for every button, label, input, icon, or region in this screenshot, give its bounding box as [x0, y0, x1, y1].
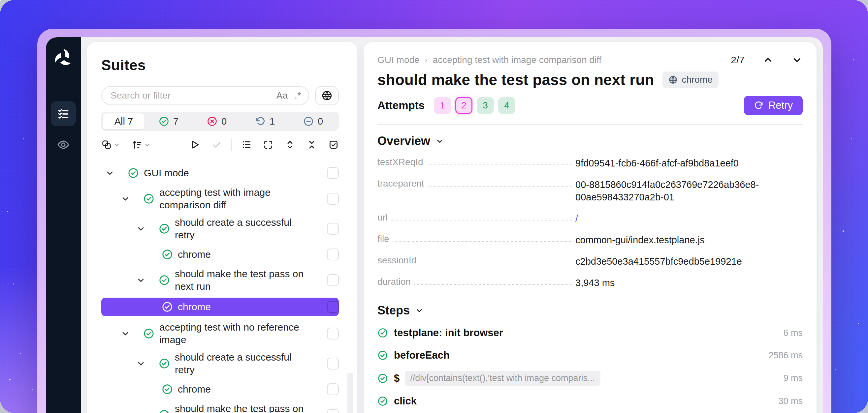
tree-row-label: should make the test pass on next run [175, 268, 307, 293]
step-row[interactable]: click30 ms [377, 394, 803, 408]
dotted-leader [393, 234, 574, 242]
tree-row-checkbox[interactable] [327, 248, 339, 261]
skipped-count: 0 [318, 116, 323, 127]
tree-row-checkbox[interactable] [327, 357, 339, 370]
step-name: $ [394, 373, 400, 384]
overview-value: 00-8815860c914fa0c263769e7226ab36e8-00ae… [576, 178, 803, 203]
retry-button-label: Retry [768, 100, 793, 111]
chevron-down-icon[interactable] [121, 194, 130, 203]
tree-row-checkbox[interactable] [327, 409, 339, 413]
attempt-3[interactable]: 3 [477, 97, 494, 114]
accept-button[interactable] [212, 139, 222, 150]
tree-row-checkbox[interactable] [327, 167, 339, 179]
browser-filter-button[interactable] [315, 86, 339, 105]
passed-check-icon [377, 373, 388, 384]
app-surface: Suites Aa .* All 7 7 0 [46, 37, 823, 413]
step-duration: 30 ms [778, 396, 803, 406]
passed-check-icon [143, 328, 154, 339]
filter-passed[interactable]: 7 [145, 116, 193, 127]
attempt-4[interactable]: 4 [498, 97, 515, 114]
steps-section-header[interactable]: Steps [377, 304, 803, 317]
list-view-button[interactable] [241, 139, 252, 150]
retry-button[interactable]: Retry [744, 96, 803, 115]
tree-row-checkbox[interactable] [327, 274, 339, 286]
previous-test-button[interactable] [763, 55, 774, 66]
chevron-down-icon[interactable] [121, 329, 130, 338]
dotted-leader [420, 255, 574, 263]
chevron-down-icon[interactable] [136, 410, 146, 413]
tree-row[interactable]: should create a successful retry [101, 351, 339, 376]
expand-all-button[interactable] [285, 139, 295, 150]
tree-row[interactable]: should create a successful retry [101, 216, 339, 241]
dotted-leader [428, 178, 574, 186]
breadcrumb-suite[interactable]: accepting test with image comparison dif… [433, 55, 602, 65]
overview-url-link[interactable]: / [576, 212, 803, 225]
check-icon [212, 139, 222, 150]
filter-failed[interactable]: 0 [193, 116, 241, 127]
nav-item-tests[interactable] [51, 101, 76, 126]
step-row[interactable]: testplane: init browser6 ms [377, 326, 803, 340]
overview-section-header[interactable]: Overview [377, 134, 803, 148]
overview-heading: Overview [377, 134, 430, 148]
tree-row-browser[interactable]: chrome [101, 381, 339, 398]
tree-row-checkbox[interactable] [327, 301, 339, 313]
browser-badge: chrome [662, 71, 718, 88]
focus-selection-button[interactable] [263, 139, 274, 150]
chevron-down-icon[interactable] [136, 224, 146, 233]
chevron-down-icon[interactable] [105, 168, 115, 178]
next-test-button[interactable] [792, 55, 803, 66]
step-name: beforeEach [394, 349, 450, 361]
tree-row-browser[interactable]: chrome [101, 246, 339, 263]
chevron-down-icon [415, 306, 424, 315]
sort-dropdown[interactable] [132, 139, 151, 150]
retry-icon [754, 101, 764, 110]
tree-row[interactable]: accepting test with no reference image [101, 321, 339, 346]
filter-retried[interactable]: 1 [241, 116, 289, 127]
passed-check-icon [377, 396, 388, 406]
corner-brackets-icon [263, 139, 274, 150]
select-all-button[interactable] [328, 139, 339, 150]
chevron-down-icon[interactable] [136, 276, 146, 285]
chevron-down-icon [435, 137, 444, 145]
attempt-1[interactable]: 1 [434, 97, 451, 114]
tree-row-checkbox[interactable] [327, 328, 339, 340]
test-pager: 2/7 [731, 55, 803, 66]
passed-check-icon [162, 301, 173, 312]
step-row[interactable]: beforeEach2586 ms [377, 348, 803, 362]
tree-row-browser-selected[interactable]: chrome [101, 298, 339, 316]
tree-row-checkbox[interactable] [327, 193, 339, 205]
steps-heading: Steps [377, 304, 410, 317]
collapse-all-button[interactable] [307, 139, 317, 150]
tree-row[interactable]: should make the test pass on next run [101, 403, 339, 413]
tree-row[interactable]: accepting test with image comparison dif… [101, 186, 339, 211]
play-icon [189, 139, 200, 150]
regex-toggle[interactable]: .* [294, 91, 301, 101]
passed-check-icon [159, 116, 169, 127]
tree-row[interactable]: should make the test pass on next run [101, 268, 339, 293]
filter-skipped[interactable]: 0 [289, 116, 337, 127]
tree-row[interactable]: GUI mode [101, 165, 339, 181]
run-button[interactable] [189, 139, 200, 150]
overview-row: traceparent00-8815860c914fa0c263769e7226… [377, 178, 803, 203]
filter-all[interactable]: All 7 [103, 113, 145, 129]
overview-key: sessionId [377, 255, 416, 266]
breadcrumb-parent[interactable]: GUI mode [377, 55, 420, 65]
tree-row-label: should make the test pass on next run [175, 403, 307, 413]
passed-check-icon [159, 275, 170, 286]
passed-check-icon [162, 249, 173, 260]
overview-value: 3,943 ms [576, 277, 803, 289]
section-divider [377, 124, 803, 125]
match-case-toggle[interactable]: Aa [276, 91, 288, 101]
chevron-down-icon[interactable] [136, 359, 146, 368]
attempt-2-selected[interactable]: 2 [455, 97, 472, 114]
group-by-dropdown[interactable] [101, 139, 120, 150]
nav-rail [46, 37, 81, 413]
tree-row-checkbox[interactable] [327, 223, 339, 235]
nav-item-preview[interactable] [51, 132, 76, 157]
step-row[interactable]: $//div[contains(text(),'test with image … [377, 371, 803, 386]
search-input[interactable] [111, 90, 270, 101]
tree-row-checkbox[interactable] [327, 383, 339, 395]
list-icon [241, 139, 252, 150]
globe-icon [321, 90, 333, 101]
scrollbar-track[interactable] [347, 373, 353, 413]
